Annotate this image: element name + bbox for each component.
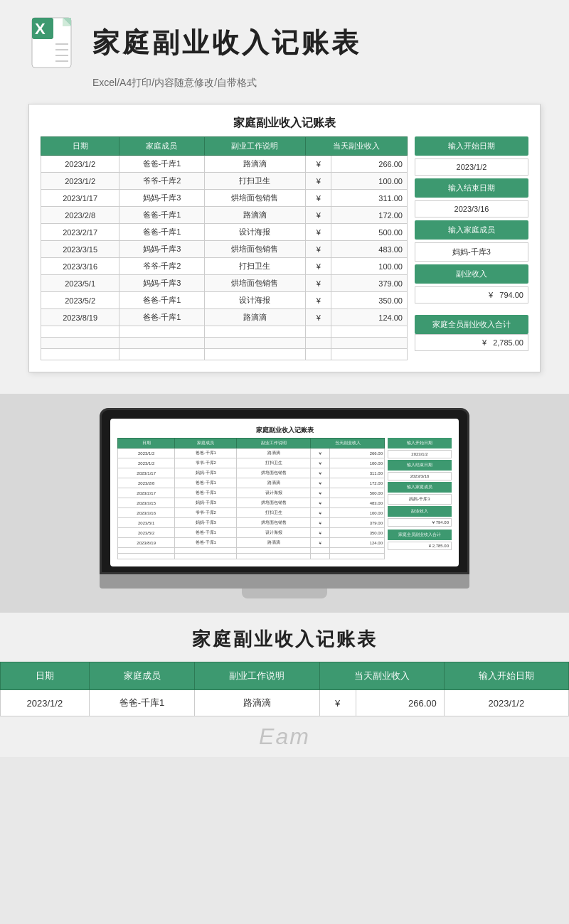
mini-table-row: 2023/3/15 妈妈-千库3 烘培面包销售 ¥ 483.00 [118, 498, 385, 508]
table-row: 2023/8/19 爸爸-千库1 路滴滴 ¥ 124.00 [41, 309, 408, 326]
data-table: 日期 家庭成员 副业工作说明 当天副业收入 2023/1/2 爸爸-千库1 路滴… [41, 136, 408, 360]
spreadsheet-preview: 家庭副业收入记账表 日期 家庭成员 副业工作说明 当天副业收入 2023/1/ [28, 104, 541, 372]
bottom-col-start: 输入开始日期 [444, 662, 568, 690]
row-desc: 路滴滴 [204, 156, 306, 173]
row-currency: ¥ [306, 190, 331, 207]
row-desc: 烘培面包销售 [204, 241, 306, 258]
row-desc: 打扫卫生 [204, 173, 306, 190]
mini-table: 日期 家庭成员 副业工作说明 当天副业收入 2023/1/2 爸爸-千库1 路滴… [117, 438, 385, 559]
row-desc: 烘培面包销售 [204, 275, 306, 292]
mini-left: 日期 家庭成员 副业工作说明 当天副业收入 2023/1/2 爸爸-千库1 路滴… [117, 438, 385, 559]
mini-right: 输入开始日期 2023/1/2 输入结束日期 2023/3/16 输入家庭成员 … [388, 438, 452, 559]
table-row: 2023/1/2 爷爷-千库2 打扫卫生 ¥ 100.00 [41, 173, 408, 190]
mini-table-row: 2023/5/1 妈妈-千库3 烘培面包销售 ¥ 379.00 [118, 518, 385, 528]
bottom-start-value: 2023/1/2 [444, 690, 568, 716]
row-member: 妈妈-千库3 [119, 190, 204, 207]
subtitle: Excel/A4打印/内容随意修改/自带格式 [92, 77, 541, 90]
mini-sheet-wrapper: 日期 家庭成员 副业工作说明 当天副业收入 2023/1/2 爸爸-千库1 路滴… [117, 438, 452, 559]
row-member: 妈妈-千库3 [119, 241, 204, 258]
row-desc: 路滴滴 [204, 207, 306, 224]
row-amount: 311.00 [331, 190, 408, 207]
sheet-right: 输入开始日期 2023/1/2 输入结束日期 2023/3/16 输入家庭成员 … [415, 136, 528, 360]
end-date-btn[interactable]: 输入结束日期 [415, 178, 528, 198]
empty-row [41, 338, 408, 349]
mini-sheet-title: 家庭副业收入记账表 [117, 426, 452, 435]
mini-table-row: 2023/2/8 爸爸-千库1 路滴滴 ¥ 172.00 [118, 478, 385, 488]
row-desc: 烘培面包销售 [204, 190, 306, 207]
table-row: 2023/3/16 爷爷-千库2 打扫卫生 ¥ 100.00 [41, 258, 408, 275]
row-amount: 100.00 [331, 173, 408, 190]
bottom-row-1: 2023/1/2 爸爸-千库1 路滴滴 ¥ 266.00 2023/1/2 [1, 690, 569, 716]
row-currency: ¥ [306, 292, 331, 309]
row-desc: 设计海报 [204, 292, 306, 309]
mini-total-val: ¥ 2,785.00 [388, 542, 452, 550]
row-currency: ¥ [306, 258, 331, 275]
excel-icon: X [28, 14, 78, 71]
row-desc: 设计海报 [204, 224, 306, 241]
col-income: 当天副业收入 [306, 137, 408, 156]
header-area: X 家庭副业收入记账表 [28, 14, 541, 71]
bottom-col-desc: 副业工作说明 [195, 662, 319, 690]
row-date: 2023/1/2 [41, 173, 119, 190]
row-desc: 打扫卫生 [204, 258, 306, 275]
mini-col-member: 家庭成员 [175, 439, 237, 448]
bottom-date: 2023/1/2 [1, 690, 90, 716]
monitor-inner: 家庭副业收入记账表 日期 家庭成员 副业工作说明 当天副业收入 [110, 419, 459, 566]
mini-income-val: ¥ 794.00 [388, 518, 452, 527]
row-amount: 483.00 [331, 241, 408, 258]
start-date-value[interactable]: 2023/1/2 [415, 159, 528, 176]
income-label: 副业收入 [415, 264, 528, 284]
bottom-col-member: 家庭成员 [89, 662, 195, 690]
row-currency: ¥ [306, 173, 331, 190]
mini-empty-row [118, 554, 385, 559]
row-member: 爸爸-千库1 [119, 207, 204, 224]
end-date-value[interactable]: 2023/3/16 [415, 200, 528, 217]
row-member: 爷爷-千库2 [119, 258, 204, 275]
row-currency: ¥ [306, 241, 331, 258]
income-amount: 794.00 [499, 291, 523, 299]
table-row: 2023/2/17 爸爸-千库1 设计海报 ¥ 500.00 [41, 224, 408, 241]
row-date: 2023/5/2 [41, 292, 119, 309]
mini-income-label: 副业收入 [388, 506, 452, 517]
mini-member-label: 输入家庭成员 [388, 482, 452, 493]
mini-col-date: 日期 [118, 439, 175, 448]
table-row: 2023/1/17 妈妈-千库3 烘培面包销售 ¥ 311.00 [41, 190, 408, 207]
bottom-member: 爸爸-千库1 [89, 690, 195, 716]
table-row: 2023/2/8 爸爸-千库1 路滴滴 ¥ 172.00 [41, 207, 408, 224]
table-row: 2023/3/15 妈妈-千库3 烘培面包销售 ¥ 483.00 [41, 241, 408, 258]
mini-end-label: 输入结束日期 [388, 460, 452, 471]
start-date-btn[interactable]: 输入开始日期 [415, 136, 528, 156]
row-amount: 379.00 [331, 275, 408, 292]
mini-start-val: 2023/1/2 [388, 450, 452, 458]
row-date: 2023/2/17 [41, 224, 119, 241]
member-value[interactable]: 妈妈-千库3 [415, 242, 528, 262]
member-btn[interactable]: 输入家庭成员 [415, 220, 528, 240]
bottom-table: 日期 家庭成员 副业工作说明 当天副业收入 输入开始日期 2023/1/2 爸爸… [0, 662, 569, 716]
row-currency: ¥ [306, 309, 331, 326]
row-date: 2023/5/1 [41, 275, 119, 292]
bottom-table-wrapper: 日期 家庭成员 副业工作说明 当天副业收入 输入开始日期 2023/1/2 爸爸… [0, 662, 569, 716]
row-member: 爸爸-千库1 [119, 292, 204, 309]
row-date: 2023/1/2 [41, 156, 119, 173]
bottom-col-date: 日期 [1, 662, 90, 690]
row-amount: 350.00 [331, 292, 408, 309]
bottom-title: 家庭副业收入记账表 [0, 627, 569, 652]
row-date: 2023/3/16 [41, 258, 119, 275]
bottom-desc: 路滴滴 [195, 690, 319, 716]
row-date: 2023/2/8 [41, 207, 119, 224]
mini-table-row: 2023/1/2 爸爸-千库1 路滴滴 ¥ 266.00 [118, 448, 385, 458]
col-desc: 副业工作说明 [204, 137, 306, 156]
mini-table-row: 2023/1/17 妈妈-千库3 烘培面包销售 ¥ 311.00 [118, 468, 385, 478]
row-currency: ¥ [306, 275, 331, 292]
col-date: 日期 [41, 137, 119, 156]
row-amount: 266.00 [331, 156, 408, 173]
mini-start-label: 输入开始日期 [388, 438, 452, 448]
mini-end-val: 2023/3/16 [388, 472, 452, 480]
bottom-col-income: 当天副业收入 [319, 662, 444, 690]
table-row: 2023/1/2 爸爸-千库1 路滴滴 ¥ 266.00 [41, 156, 408, 173]
mini-col-income: 当天副业收入 [311, 439, 385, 448]
row-currency: ¥ [306, 156, 331, 173]
monitor: 家庭副业收入记账表 日期 家庭成员 副业工作说明 当天副业收入 [100, 408, 469, 598]
sheet-title: 家庭副业收入记账表 [41, 116, 528, 131]
bottom-section: 家庭副业收入记账表 日期 家庭成员 副业工作说明 当天副业收入 输入开始日期 2… [0, 613, 569, 757]
